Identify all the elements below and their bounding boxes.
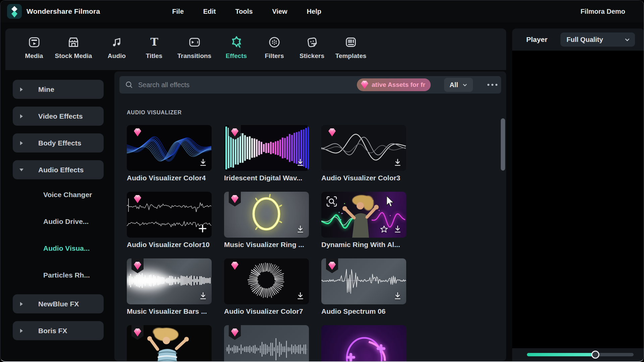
sidebar-item-particles-rhythm[interactable]: Particles Rh... <box>43 271 90 279</box>
session-label: Filmora Demo <box>581 8 625 15</box>
chevron-down-icon <box>462 82 468 87</box>
tab-audio[interactable]: Audio <box>97 35 137 60</box>
collapse-arrow-icon[interactable] <box>18 169 25 171</box>
effect-thumbnail[interactable] <box>321 325 406 362</box>
sidebar-group-label: Mine <box>38 85 54 94</box>
download-icon[interactable] <box>393 225 402 235</box>
effect-thumbnail[interactable] <box>224 125 309 171</box>
effect-card[interactable]: Dynamic Ring With Al... <box>321 192 406 249</box>
effect-card[interactable]: Music Visualizer Ring ... <box>224 192 309 249</box>
download-icon[interactable] <box>296 291 305 302</box>
effect-card[interactable]: Iridescent Digital Wav... <box>224 125 309 182</box>
sidebar-group-video-effects[interactable]: Video Effects <box>13 107 104 126</box>
tab-templates[interactable]: Templates <box>331 35 371 60</box>
tab-titles[interactable]: T Titles <box>137 35 172 60</box>
effect-thumbnail[interactable] <box>127 125 212 171</box>
premium-diamond-icon <box>230 127 239 139</box>
effect-label: Music Visualizer Ring ... <box>224 241 309 249</box>
section-title: AUDIO VISUALIZER <box>127 110 182 116</box>
premium-diamond-icon <box>327 261 337 272</box>
tab-label: Media <box>25 52 43 60</box>
tab-label: Audio <box>108 52 126 60</box>
tab-media[interactable]: Media <box>18 35 50 60</box>
effect-card[interactable] <box>321 325 406 362</box>
effect-thumbnail[interactable] <box>321 258 406 304</box>
effect-card[interactable]: Audio Visualizer Color3 <box>321 125 406 182</box>
sidebar-group-mine[interactable]: Mine <box>13 80 104 99</box>
sidebar-item-audio-drive[interactable]: Audio Drive... <box>43 218 89 226</box>
slider-knob[interactable] <box>591 351 599 359</box>
sidebar-item-audio-visualizer[interactable]: Audio Visua... <box>43 244 90 252</box>
effects-grid: Audio Visualizer Color4 <box>127 125 406 362</box>
premium-diamond-icon <box>133 127 142 139</box>
search-placeholder: Search all effects <box>138 81 190 89</box>
creative-assets-promo-button[interactable]: ative Assets for fr <box>357 78 431 91</box>
favorite-star-icon[interactable] <box>380 225 388 235</box>
effect-thumbnail[interactable] <box>224 325 309 362</box>
vertical-scrollbar[interactable] <box>501 118 505 171</box>
templates-icon <box>344 35 358 50</box>
tab-label: Transitions <box>177 52 211 60</box>
effect-card[interactable]: Audio Visualizer Color7 <box>224 258 309 315</box>
download-icon[interactable] <box>199 158 208 168</box>
tab-label: Templates <box>335 52 367 60</box>
effect-label: Audio Visualizer Color3 <box>321 174 406 182</box>
download-icon[interactable] <box>296 225 305 235</box>
sidebar-group-newblue-fx[interactable]: NewBlue FX <box>13 294 104 313</box>
effect-thumbnail[interactable] <box>321 125 406 171</box>
effect-card[interactable] <box>127 325 212 362</box>
download-icon[interactable] <box>199 291 208 302</box>
video-preview <box>512 51 644 348</box>
expand-arrow-icon[interactable] <box>18 114 25 118</box>
effect-thumbnail[interactable] <box>127 258 212 304</box>
sidebar-group-boris-fx[interactable]: Boris FX <box>13 321 104 340</box>
tab-transitions[interactable]: Transitions <box>172 35 217 60</box>
expand-arrow-icon[interactable] <box>18 87 25 92</box>
effect-card[interactable]: Audio Visualizer Color10 <box>127 192 212 249</box>
tab-effects[interactable]: Effects <box>217 35 256 60</box>
effect-thumbnail[interactable] <box>127 325 212 362</box>
menu-view[interactable]: View <box>272 8 287 15</box>
sidebar-item-voice-changer[interactable]: Voice Changer <box>43 191 92 199</box>
effect-thumbnail[interactable] <box>321 192 406 238</box>
tab-label: Filters <box>265 52 284 60</box>
download-icon[interactable] <box>393 291 402 302</box>
sidebar-group-audio-effects[interactable]: Audio Effects <box>13 160 104 179</box>
storefront-icon <box>67 35 80 50</box>
more-options-button[interactable] <box>485 79 500 90</box>
effect-card[interactable]: Music Visualizer Bars ... <box>127 258 212 315</box>
premium-diamond-icon <box>230 261 239 272</box>
add-icon[interactable] <box>198 224 208 235</box>
effect-card[interactable]: Audio Visualizer Color4 <box>127 125 212 182</box>
download-icon[interactable] <box>296 158 305 168</box>
expand-arrow-icon[interactable] <box>18 302 25 306</box>
quality-dropdown[interactable]: Full Quality <box>560 33 635 47</box>
menu-tools[interactable]: Tools <box>235 8 253 15</box>
tab-stock-media[interactable]: Stock Media <box>50 35 97 60</box>
tab-filters[interactable]: Filters <box>256 35 293 60</box>
expand-arrow-icon[interactable] <box>18 141 25 145</box>
download-icon[interactable] <box>393 158 402 168</box>
tab-label: Stickers <box>300 52 324 60</box>
effect-label: Music Visualizer Bars ... <box>127 307 212 315</box>
premium-diamond-icon <box>327 127 337 139</box>
sidebar-group-label: Boris FX <box>38 327 67 335</box>
sidebar-group-body-effects[interactable]: Body Effects <box>13 133 104 153</box>
menu-help[interactable]: Help <box>307 8 321 15</box>
effect-label: Audio Visualizer Color4 <box>127 174 212 182</box>
search-bar[interactable]: Search all effects ative Assets for fr A… <box>119 76 501 94</box>
menu-file[interactable]: File <box>172 8 183 15</box>
effect-label: Iridescent Digital Wav... <box>224 174 309 182</box>
effect-thumbnail[interactable] <box>224 258 309 304</box>
effect-card[interactable]: Audio Spectrum 06 <box>321 258 406 315</box>
expand-arrow-icon[interactable] <box>18 329 25 333</box>
effect-thumbnail[interactable] <box>127 192 212 238</box>
menu-edit[interactable]: Edit <box>203 8 216 15</box>
filter-label: All <box>449 81 458 89</box>
slider-track[interactable] <box>527 353 634 356</box>
effect-card[interactable] <box>224 325 309 362</box>
effect-thumbnail[interactable] <box>224 192 309 238</box>
tab-stickers[interactable]: Stickers <box>293 35 331 60</box>
filter-all-dropdown[interactable]: All <box>444 78 473 92</box>
titles-icon: T <box>148 35 161 50</box>
